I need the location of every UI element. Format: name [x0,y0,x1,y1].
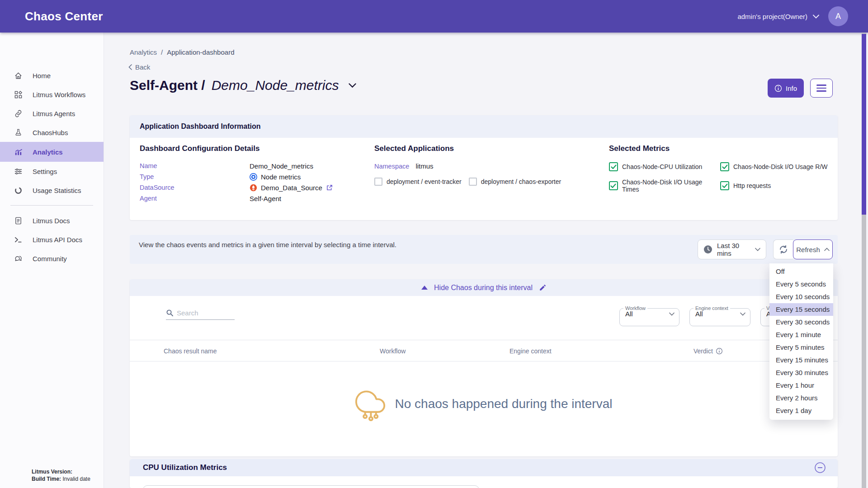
avatar[interactable]: A [828,6,848,26]
checkbox-checked[interactable] [720,162,729,171]
config-label: Agent [140,195,250,202]
checkbox-unchecked[interactable] [469,178,477,186]
menu-item-every-15-seconds[interactable]: Every 15 seconds [769,303,833,316]
sidebar-item-settings[interactable]: Settings [0,162,104,181]
menu-item-every-10-seconds[interactable]: Every 10 seconds [769,291,833,303]
namespace-value: litmus [415,162,433,170]
breadcrumb-analytics[interactable]: Analytics [130,48,157,56]
config-row-name: Name Demo_Node_metrics [140,160,368,171]
checkbox-label: Chaos-Node-CPU Utilization [622,163,702,170]
sidebar-item-label: ChaosHubs [33,129,68,136]
sidebar-divider [10,205,93,206]
project-name: admin's project(Owner) [737,13,807,20]
sidebar-item-home[interactable]: Home [0,66,104,85]
build-time-value: Invalid date [61,476,90,482]
checkbox-checked[interactable] [609,181,618,190]
checkbox-label: deployment / chaos-exporter [481,178,561,185]
search-input[interactable] [177,309,226,317]
application-checkbox-item[interactable]: deployment / event-tracker [374,178,462,186]
checkbox-unchecked[interactable] [374,178,382,186]
back-button[interactable]: Back [128,63,150,71]
config-row-type: Type Node metrics [140,171,368,182]
hamburger-icon [816,84,826,92]
edit-pencil-icon[interactable] [539,284,546,291]
selected-applications-section: Selected Applications Namespace litmus d… [374,144,600,186]
sidebar-item-litmus-agents[interactable]: Litmus Agents [0,104,104,123]
cpu-metrics-header: CPU Utilization Metrics [130,459,838,476]
metric-checkbox-item[interactable]: Chaos-Node-CPU Utilization [609,162,720,171]
engine-context-filter[interactable]: Engine context All [689,305,750,326]
sidebar-item-analytics[interactable]: Analytics [0,142,104,162]
menu-item-every-5-minutes[interactable]: Every 5 minutes [769,341,833,354]
menu-item-off[interactable]: Off [769,265,833,278]
checkbox-checked[interactable] [720,181,729,190]
sidebar-item-usage-statistics[interactable]: Usage Statistics [0,181,104,200]
refresh-rate-dropdown[interactable]: Refresh [793,239,833,259]
menu-item-every-1-minute[interactable]: Every 1 minute [769,328,833,341]
info-label: Info [786,84,797,92]
metric-checkbox-item[interactable]: Chaos-Node-Disk I/O Usage R/W [720,162,835,171]
menu-item-every-1-hour[interactable]: Every 1 hour [769,379,833,392]
scrollbar-track[interactable] [862,33,866,488]
sidebar-item-community[interactable]: Community [0,249,104,268]
chevron-left-icon [128,64,132,70]
cloud-network-icon [355,386,386,422]
external-link-icon[interactable] [326,184,333,191]
namespace-row: Namespace litmus [374,162,600,170]
refresh-now-button[interactable] [773,239,793,259]
collapse-minus-icon[interactable] [814,462,826,474]
bar-chart-icon [14,147,23,156]
workflow-filter[interactable]: Workflow All [619,305,679,326]
hide-chaos-toggle[interactable]: Hide Chaos during this interval [130,279,838,296]
time-range-select[interactable]: Last 30 mins [698,239,766,259]
menu-item-every-30-seconds[interactable]: Every 30 seconds [769,316,833,328]
refresh-icon [778,244,788,254]
menu-item-every-5-seconds[interactable]: Every 5 seconds [769,278,833,291]
sidebar-item-litmus-api-docs[interactable]: Litmus API Docs [0,230,104,249]
collapse-triangle-icon [421,286,428,290]
menu-item-every-30-minutes[interactable]: Every 30 minutes [769,366,833,379]
empty-state-message: No chaos happened during the interval [395,397,612,411]
metric-checkbox-item[interactable]: Chaos-Node-Disk I/O Usage Times [609,178,720,193]
info-button[interactable]: Info [768,79,804,98]
title-chevron-down-icon[interactable] [349,83,356,88]
breadcrumb: Analytics / Application-dashboard [130,48,234,56]
dashboard-info-title: Application Dashboard Information [140,122,261,131]
refresh-label: Refresh [796,246,820,253]
sidebar-item-label: Community [33,255,67,263]
build-time-label: Build Time: [32,476,61,482]
sliders-icon [14,167,23,176]
menu-item-every-15-minutes[interactable]: Every 15 minutes [769,354,833,366]
sidebar-item-chaoshubs[interactable]: ChaosHubs [0,123,104,142]
flask-icon [14,128,23,137]
sidebar-item-label: Usage Statistics [33,187,81,194]
dashboard-menu-button[interactable] [810,79,833,98]
prometheus-icon [250,184,257,192]
version-label: Litmus Version: [32,469,72,475]
empty-state: No chaos happened during the interval [130,386,838,422]
project-dropdown[interactable]: admin's project(Owner) [737,13,819,20]
search-icon [166,309,174,317]
sidebar-item-label: Litmus API Docs [33,236,82,244]
config-label: Type [140,173,250,180]
config-value: Demo_Node_metrics [250,162,313,170]
sidebar-item-litmus-docs[interactable]: Litmus Docs [0,211,104,230]
scrollbar-thumb[interactable] [862,34,866,215]
verdict-info-icon[interactable] [716,347,723,355]
app-title: Chaos Center [25,9,103,23]
checkbox-label: Http requests [733,182,771,189]
terminal-icon [14,235,23,244]
checkbox-label: Chaos-Node-Disk I/O Usage Times [622,178,720,193]
metric-checkbox-item[interactable]: Http requests [720,178,835,193]
config-value: Self-Agent [250,195,281,202]
clock-icon [703,245,712,254]
menu-item-every-1-day[interactable]: Every 1 day [769,404,833,417]
chevron-down-icon [740,312,745,316]
application-checkbox-item[interactable]: deployment / chaos-exporter [469,178,561,186]
menu-item-every-2-hours[interactable]: Every 2 hours [769,392,833,404]
sidebar-item-litmus-workflows[interactable]: Litmus Workflows [0,85,104,104]
breadcrumb-current[interactable]: Application-dashboard [167,48,234,56]
filter-value: All [625,310,633,318]
link-icon [14,109,23,118]
checkbox-checked[interactable] [609,162,618,171]
